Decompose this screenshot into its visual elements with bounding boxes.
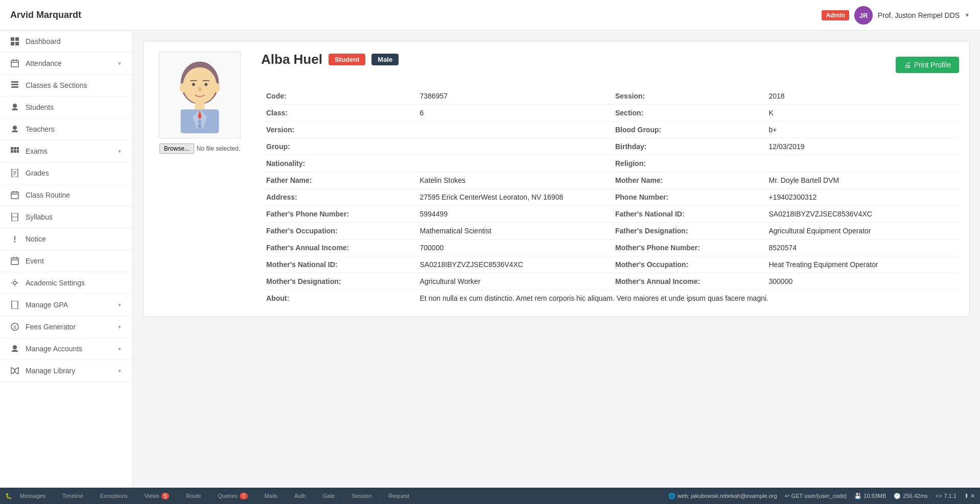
statusbar-auth[interactable]: Auth xyxy=(294,493,306,499)
mails-link[interactable]: Mails xyxy=(264,493,277,499)
auth-link[interactable]: Auth xyxy=(294,493,306,499)
statusbar-route[interactable]: Route xyxy=(186,493,201,499)
book-open-icon xyxy=(10,366,19,375)
statusbar-messages[interactable]: Messages xyxy=(20,493,45,499)
address-label: Address: xyxy=(261,189,415,206)
version-value xyxy=(415,122,610,138)
blood-group-label: Blood Group: xyxy=(610,122,764,138)
svg-text:$: $ xyxy=(13,325,16,330)
student-name: Alba Huel xyxy=(261,52,322,67)
messages-link[interactable]: Messages xyxy=(20,493,45,499)
father-nid-value: SA0218IBYZVZJSEC8536V4XC xyxy=(764,206,960,223)
profile-avatar-container xyxy=(159,52,241,138)
mother-occ-label: Mother's Occupation: xyxy=(610,256,764,273)
layers-icon xyxy=(10,81,19,90)
svg-rect-17 xyxy=(17,147,19,150)
route-link[interactable]: Route xyxy=(186,493,201,499)
request-link[interactable]: Request xyxy=(388,493,409,499)
statusbar-divider: | xyxy=(285,493,287,499)
svg-rect-10 xyxy=(11,84,18,85)
statusbar-mails[interactable]: Mails xyxy=(264,493,277,499)
sidebar-item-dashboard[interactable]: Dashboard xyxy=(0,31,132,53)
exceptions-link[interactable]: Exceptions xyxy=(100,493,128,499)
user-dropdown-caret[interactable]: ▼ xyxy=(965,12,970,18)
sidebar-item-fees-generator[interactable]: $ Fees Generator ▼ xyxy=(0,316,132,338)
svg-rect-2 xyxy=(11,37,14,41)
print-profile-button[interactable]: 🖨 Print Profile xyxy=(896,57,959,73)
father-income-label: Father's Annual Income: xyxy=(261,239,415,256)
queries-link[interactable]: Queries xyxy=(218,493,238,499)
chevron-down-icon: ▼ xyxy=(117,368,122,374)
group-value xyxy=(415,138,610,155)
grid-small-icon xyxy=(10,147,19,156)
sidebar-item-label: Exams xyxy=(26,147,111,155)
svg-point-46 xyxy=(192,83,195,86)
svg-point-44 xyxy=(180,83,186,93)
statusbar-queries[interactable]: Queries 7 xyxy=(218,493,248,499)
statusbar-timeline[interactable]: Timeline xyxy=(62,493,83,499)
user-name[interactable]: Prof. Juston Rempel DDS xyxy=(878,11,960,19)
code-value: 7386957 xyxy=(415,88,610,105)
statusbar-gate[interactable]: Gate xyxy=(322,493,335,499)
file-placeholder-text: No file selected. xyxy=(197,145,240,152)
about-label: About: xyxy=(261,290,415,307)
sidebar-item-manage-accounts[interactable]: Manage Accounts ▼ xyxy=(0,338,132,360)
svg-point-37 xyxy=(13,281,16,284)
svg-text:JR: JR xyxy=(859,12,868,19)
statusbar-views[interactable]: Views 5 xyxy=(145,493,170,499)
svg-rect-38 xyxy=(12,301,18,309)
statusbar-controls[interactable]: ⬆ ✕ xyxy=(964,493,975,499)
chevron-down-icon: ▼ xyxy=(117,346,122,352)
gate-link[interactable]: Gate xyxy=(322,493,335,499)
sidebar-item-label: Academic Settings xyxy=(26,279,122,287)
svg-point-50 xyxy=(198,87,202,91)
sidebar-item-syllabus[interactable]: Syllabus xyxy=(0,206,132,228)
statusbar-right: 🌐 web: jakubowski.rebekah@example.org ↩ … xyxy=(668,493,975,499)
profile-right: Alba Huel Student Male 🖨 Print Profile C… xyxy=(261,52,959,306)
sidebar-item-class-routine[interactable]: Class Routine xyxy=(0,184,132,206)
calendar-star-icon xyxy=(10,256,19,266)
calendar-icon xyxy=(10,190,19,200)
svg-rect-33 xyxy=(11,258,18,265)
sidebar-item-students[interactable]: Students xyxy=(0,97,132,118)
phone-value: +19402300312 xyxy=(764,189,960,206)
memory-text: 10.93MB xyxy=(864,493,886,499)
admin-badge: Admin xyxy=(822,10,849,20)
gender-badge: Male xyxy=(371,54,399,65)
statusbar-exceptions[interactable]: Exceptions xyxy=(100,493,128,499)
svg-rect-4 xyxy=(11,42,14,45)
sidebar-item-manage-library[interactable]: Manage Library ▼ xyxy=(0,360,132,382)
get-text: GET user/{user_code} xyxy=(791,493,847,499)
sidebar-item-notice[interactable]: Notice xyxy=(0,228,132,250)
file-text-icon xyxy=(10,169,19,178)
father-occ-value: Mathematical Scientist xyxy=(415,223,610,239)
svg-rect-16 xyxy=(14,147,16,150)
file-input-row: Browse... No file selected. xyxy=(159,143,240,154)
statusbar-divider: | xyxy=(135,493,137,499)
sidebar-item-academic-settings[interactable]: Academic Settings xyxy=(0,272,132,294)
religion-value xyxy=(764,155,960,172)
nationality-label: Nationality: xyxy=(261,155,415,172)
sidebar-item-event[interactable]: Event xyxy=(0,250,132,272)
session-link[interactable]: Session xyxy=(352,493,371,499)
mother-name-label: Mother Name: xyxy=(610,172,764,189)
statusbar-session[interactable]: Session xyxy=(352,493,371,499)
religion-label: Religion: xyxy=(610,155,764,172)
svg-point-57 xyxy=(199,125,201,127)
sidebar-item-classes-sections[interactable]: Classes & Sections xyxy=(0,75,132,97)
sidebar-item-teachers[interactable]: Teachers xyxy=(0,118,132,140)
statusbar-request[interactable]: Request xyxy=(388,493,409,499)
book-icon xyxy=(10,212,19,222)
browse-button[interactable]: Browse... xyxy=(159,143,194,154)
profile-left: Browse... No file selected. xyxy=(154,52,246,306)
views-link[interactable]: Views xyxy=(145,493,159,499)
sidebar-item-grades[interactable]: Grades xyxy=(0,162,132,184)
sidebar-item-label: Event xyxy=(26,257,122,265)
sidebar-item-exams[interactable]: Exams ▼ xyxy=(0,140,132,162)
sidebar-item-attendance[interactable]: Attendance ▼ xyxy=(0,53,132,75)
svg-rect-25 xyxy=(11,192,18,199)
mother-nid-value: SA0218IBYZVZJSEC8536V4XC xyxy=(415,256,610,273)
timeline-link[interactable]: Timeline xyxy=(62,493,83,499)
sidebar-item-manage-gpa[interactable]: Manage GPA ▼ xyxy=(0,294,132,316)
statusbar-get: ↩ GET user/{user_code} xyxy=(785,493,847,499)
